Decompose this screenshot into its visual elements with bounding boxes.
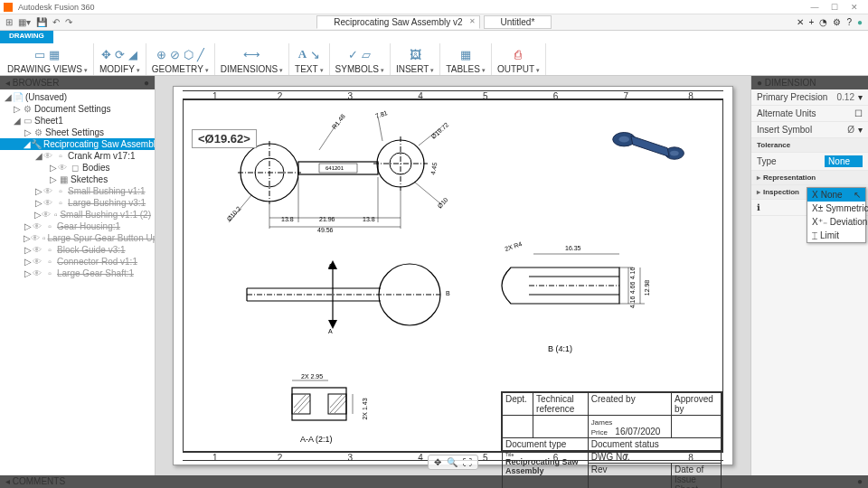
drawing-border: 13.8 21.96 13.8 49.56 R1.48 7.81 Ø19.72 …: [183, 99, 723, 452]
svg-line-20: [414, 182, 441, 204]
dim-12-98[interactable]: 12.98: [644, 280, 650, 296]
ruler-top: 12345678: [183, 90, 723, 99]
delete-icon[interactable]: ◢: [128, 48, 137, 61]
side-view: [238, 258, 446, 340]
maximize-button[interactable]: ☐: [825, 3, 844, 12]
dim-4-16b[interactable]: 4.16: [629, 296, 636, 309]
tree-small-bushing-1[interactable]: ▷👁▫Small Bushing v1:1: [0, 185, 155, 197]
row-insert-symbol[interactable]: Insert SymbolØ▾: [751, 122, 868, 138]
row-representation[interactable]: Representation: [751, 171, 868, 185]
doc-tab-untitled[interactable]: Untitled*: [484, 15, 552, 29]
surface-icon[interactable]: ✓: [348, 48, 358, 61]
settings-icon[interactable]: ⚙: [833, 17, 841, 27]
row-tolerance-header[interactable]: Tolerance: [751, 138, 868, 153]
tree-block-guide[interactable]: ▷👁▫Block Guide v3:1: [0, 244, 155, 256]
ribbon-group-text: A↘ TEXT ▾: [289, 43, 330, 75]
dimension-input[interactable]: <Ø19.62>: [192, 129, 257, 148]
ribbon-group-views: ▭▦ DRAWING VIEWS ▾: [2, 43, 94, 75]
text-icon[interactable]: A: [298, 47, 307, 61]
centerline-icon[interactable]: ⊕: [156, 48, 166, 61]
row-primary-precision[interactable]: Primary Precision0.12▾: [751, 89, 868, 106]
tree-root[interactable]: ◢📄(Unsaved): [0, 91, 155, 103]
pin-icon[interactable]: ●: [857, 476, 863, 487]
projected-view-icon[interactable]: ▦: [49, 48, 60, 61]
move-icon[interactable]: ✥: [101, 48, 111, 61]
quick-access-toolbar: ⊞ ▦▾ 💾 ↶ ↷: [0, 17, 78, 27]
row-alternate-units[interactable]: Alternate Units☐: [751, 106, 868, 122]
undo-icon[interactable]: ↶: [52, 17, 60, 27]
dim-2x2-95[interactable]: 2X 2.95: [301, 373, 323, 380]
tree-sheet[interactable]: ◢▭Sheet1: [0, 115, 155, 127]
datum-icon[interactable]: ▱: [362, 48, 371, 61]
pdf-icon[interactable]: ⎙: [514, 48, 522, 61]
fit-icon[interactable]: ⛶: [463, 457, 472, 467]
tree-bodies[interactable]: ▷👁◻Bodies: [0, 162, 155, 174]
centermark-icon[interactable]: ⊘: [170, 48, 180, 61]
tree-connector-rod[interactable]: ▷👁▫Connector Rod v1:1: [0, 256, 155, 267]
svg-line-44: [330, 395, 342, 408]
titlebar: Autodesk Fusion 360 — ☐ ✕: [0, 0, 868, 14]
dim-49-56[interactable]: 49.56: [317, 227, 334, 233]
table-icon[interactable]: ▦: [460, 48, 471, 61]
zoom-icon[interactable]: 🔍: [447, 457, 458, 467]
rotate-icon[interactable]: ⟳: [115, 48, 125, 61]
grid-icon[interactable]: ⊞: [5, 17, 13, 27]
tree-assembly[interactable]: ◢🔧Reciprocating Saw Assembly v2:1: [0, 138, 155, 150]
detail-b-marker: B: [446, 290, 450, 296]
notification-icon[interactable]: ◔: [819, 17, 827, 27]
doc-tab-assembly[interactable]: Reciprocating Saw Assembly v2 ✕: [316, 15, 479, 29]
user-avatar-icon[interactable]: ●: [857, 17, 863, 27]
opt-symmetrical[interactable]: X±Symmetrical: [807, 202, 865, 215]
leader-icon[interactable]: ↘: [310, 48, 320, 61]
visibility-icon[interactable]: 👁: [43, 151, 52, 161]
pan-icon[interactable]: ✥: [434, 457, 441, 467]
pin-icon[interactable]: ●: [144, 78, 149, 88]
dim-4-16t[interactable]: 4.16: [629, 267, 636, 280]
base-view-icon[interactable]: ▭: [34, 48, 45, 61]
svg-line-42: [298, 400, 310, 413]
panel-header: ● DIMENSION: [751, 76, 868, 89]
close-tab-button[interactable]: ✕: [797, 17, 804, 27]
tree-large-gear-shaft[interactable]: ▷👁▫Large Gear Shaft:1: [0, 267, 155, 279]
tree-sketches[interactable]: ▷▦Sketches: [0, 174, 155, 185]
opt-deviation[interactable]: X⁺₋Deviation: [807, 215, 865, 229]
save-icon[interactable]: 💾: [36, 17, 47, 27]
ribbon-tab-drawing[interactable]: DRAWING: [0, 31, 53, 43]
dim-13-8-r[interactable]: 13.8: [363, 216, 375, 222]
new-tab-button[interactable]: +: [809, 17, 815, 27]
image-icon[interactable]: 🖼: [410, 48, 421, 61]
data-panel-icon[interactable]: ▦▾: [18, 17, 31, 27]
tree-crank-arm[interactable]: ◢👁▫Crank Arm v17:1: [0, 150, 155, 162]
tree-small-bushing-2[interactable]: ▷👁▫Small Bushing v1:1 (2): [0, 209, 155, 221]
ref-641201[interactable]: 641201: [326, 165, 344, 171]
opt-limit[interactable]: ⌶Limit: [807, 229, 865, 242]
minimize-button[interactable]: —: [805, 3, 825, 12]
row-tolerance-type[interactable]: TypeNone: [751, 153, 868, 171]
drawing-sheet: 12345678 12345678: [173, 86, 733, 465]
ribbon-tabs: DRAWING: [0, 31, 868, 43]
line-icon[interactable]: ╱: [197, 48, 204, 61]
dim-16-35[interactable]: 16.35: [565, 245, 581, 251]
tree-large-bushing[interactable]: ▷👁▫Large Bushing v3:1: [0, 197, 155, 209]
opt-none[interactable]: XNone↖: [807, 188, 865, 202]
dim-4-66[interactable]: 4.66: [629, 282, 636, 295]
dim-21-96[interactable]: 21.96: [319, 216, 335, 222]
checkbox-icon[interactable]: ☐: [854, 108, 863, 118]
comments-bar[interactable]: ◂ COMMENTS●: [0, 475, 868, 488]
dim-2x1-43[interactable]: 2X 1.43: [362, 398, 368, 419]
svg-rect-38: [292, 394, 310, 414]
detail-b-view: [493, 240, 646, 340]
dimension-icon[interactable]: ⟷: [243, 48, 260, 61]
redo-icon[interactable]: ↷: [65, 17, 72, 27]
tree-gear-housing[interactable]: ▷👁▫Gear Housing:1: [0, 221, 155, 232]
title-block: Dept.Technical referenceCreated byApprov…: [501, 391, 722, 451]
doc-tab-label: Untitled*: [501, 17, 535, 27]
close-tab-icon[interactable]: ✕: [469, 17, 476, 25]
dim-13-8[interactable]: 13.8: [281, 216, 294, 222]
close-button[interactable]: ✕: [844, 3, 864, 12]
edge-icon[interactable]: ⬡: [184, 48, 193, 61]
help-icon[interactable]: ?: [846, 17, 852, 27]
tree-sheet-settings[interactable]: ▷⚙Sheet Settings: [0, 127, 155, 138]
tree-doc-settings[interactable]: ▷⚙Document Settings: [0, 103, 155, 115]
tree-large-spur-gear[interactable]: ▷👁▫Large Spur Gear Button Up...: [0, 232, 155, 244]
